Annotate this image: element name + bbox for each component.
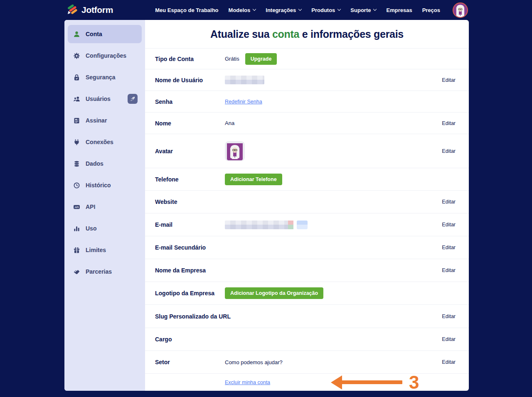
- nav-enterprise[interactable]: Empresas: [386, 7, 412, 13]
- sidebar-item-label: Usuários: [86, 96, 128, 102]
- edit-email-link[interactable]: Editar: [442, 222, 469, 228]
- api-icon: API: [73, 203, 80, 211]
- sidebar-item-account[interactable]: Conta: [68, 25, 142, 43]
- row-label: Telefone: [155, 176, 225, 183]
- edit-url-slug-link[interactable]: Editar: [442, 314, 469, 319]
- edit-name-link[interactable]: Editar: [442, 120, 469, 126]
- lock-icon: [73, 74, 80, 81]
- sidebar-item-label: Parcerias: [86, 268, 138, 275]
- account-type-value: Grátis: [225, 56, 239, 62]
- sidebar-item-label: API: [86, 203, 138, 210]
- gear-icon: [73, 52, 80, 59]
- nav-products[interactable]: Produtos: [311, 7, 340, 13]
- upgrade-button[interactable]: Upgrade: [245, 53, 277, 65]
- row-company-name: Nome da Empresa Editar: [145, 259, 469, 282]
- redacted-email-badge: [297, 221, 308, 229]
- annotation-number: 3: [409, 373, 419, 391]
- edit-industry-link[interactable]: Editar: [442, 359, 469, 365]
- arrow-left-icon: [331, 375, 342, 390]
- row-url-slug: Slug Personalizado da URL Editar: [145, 304, 469, 328]
- jotform-logo[interactable]: Jotform: [0, 4, 113, 17]
- chevron-down-icon: [298, 7, 302, 11]
- row-industry: Setor Como podemos ajudar? Editar: [145, 350, 469, 373]
- avatar-image[interactable]: [225, 141, 245, 161]
- row-email: E-mail Editar: [145, 213, 469, 236]
- users-icon: [73, 96, 80, 103]
- chevron-down-icon: [253, 7, 256, 11]
- gift-icon: [73, 247, 80, 254]
- row-job-title: Cargo Editar: [145, 328, 469, 350]
- nav-templates[interactable]: Modelos: [229, 7, 256, 13]
- handshake-icon: [73, 268, 80, 275]
- edit-website-link[interactable]: Editar: [442, 199, 469, 205]
- page-header: Atualize sua conta e informações gerais: [145, 20, 469, 48]
- edit-job-title-link[interactable]: Editar: [442, 336, 469, 342]
- sidebar-item-connections[interactable]: Conexões: [68, 133, 142, 151]
- row-label: Nome da Empresa: [155, 267, 225, 274]
- row-label: Tipo de Conta: [155, 56, 225, 62]
- rocket-icon: [128, 94, 138, 104]
- account-settings-main: Atualize sua conta e informações gerais …: [145, 20, 469, 391]
- sidebar-item-label: Dados: [86, 160, 138, 167]
- row-label: Nome de Usuário: [155, 77, 225, 83]
- sidebar-item-label: Uso: [86, 225, 138, 232]
- sidebar-item-label: Assinar: [86, 117, 138, 124]
- nav-integrations[interactable]: Integrações: [266, 7, 301, 13]
- sidebar-item-users[interactable]: Usuários: [68, 90, 142, 108]
- row-name: Nome Ana Editar: [145, 112, 469, 134]
- sidebar-item-sign[interactable]: Assinar: [68, 111, 142, 130]
- page-title: Atualize sua conta e informações gerais: [210, 28, 404, 40]
- user-icon: [73, 31, 80, 38]
- add-phone-button[interactable]: Adicionar Telefone: [225, 174, 282, 185]
- row-website: Website Editar: [145, 190, 469, 213]
- row-label: Logotipo da Empresa: [155, 290, 225, 297]
- user-avatar[interactable]: [453, 2, 468, 18]
- edit-secondary-email-link[interactable]: Editar: [442, 245, 469, 250]
- name-value: Ana: [225, 120, 234, 126]
- sidebar-item-history[interactable]: Histórico: [68, 176, 142, 194]
- nav-my-workspace[interactable]: Meu Espaço de Trabalho: [155, 7, 218, 13]
- row-label: Slug Personalizado da URL: [155, 313, 263, 320]
- industry-value: Como podemos ajudar?: [225, 359, 283, 365]
- database-icon: [73, 160, 80, 167]
- sidebar-item-label: Conexões: [86, 139, 138, 145]
- bar-chart-icon: [73, 225, 80, 232]
- row-label: E-mail: [155, 221, 225, 228]
- row-label: Senha: [155, 98, 225, 105]
- row-avatar: Avatar: [145, 134, 469, 168]
- row-label: Website: [155, 198, 225, 205]
- sidebar-item-partnerships[interactable]: Parcerias: [68, 262, 142, 281]
- sidebar-item-data[interactable]: Dados: [68, 154, 142, 173]
- jotform-logo-icon: [66, 4, 78, 17]
- sidebar-item-limits[interactable]: Limites: [68, 241, 142, 259]
- brand-name: Jotform: [81, 5, 113, 15]
- row-label: Nome: [155, 120, 225, 127]
- nav-support[interactable]: Suporte: [350, 7, 376, 13]
- page-title-highlight: conta: [272, 28, 299, 40]
- row-username: Nome de Usuário Editar: [145, 69, 469, 91]
- row-phone: Telefone Adicionar Telefone: [145, 168, 469, 190]
- settings-sidebar: Conta Configurações: [64, 20, 145, 391]
- settings-card: Conta Configurações: [64, 20, 469, 391]
- redacted-email: [225, 221, 288, 229]
- edit-avatar-link[interactable]: Editar: [442, 148, 469, 154]
- sidebar-item-label: Segurança: [86, 74, 138, 81]
- row-delete-account: Excluir minha conta 3: [145, 373, 469, 391]
- row-company-logo: Logotipo da Empresa Adicionar Logotipo d…: [145, 282, 469, 304]
- edit-company-name-link[interactable]: Editar: [442, 267, 469, 273]
- sidebar-item-settings[interactable]: Configurações: [68, 47, 142, 65]
- sidebar-item-security[interactable]: Segurança: [68, 68, 142, 86]
- sidebar-item-usage[interactable]: Uso: [68, 219, 142, 238]
- edit-username-link[interactable]: Editar: [442, 77, 469, 83]
- top-navbar: Jotform Meu Espaço de Trabalho Modelos I…: [0, 0, 532, 20]
- sidebar-item-label: Histórico: [86, 182, 138, 189]
- nav-pricing[interactable]: Preços: [422, 7, 440, 13]
- delete-account-link[interactable]: Excluir minha conta: [225, 380, 270, 385]
- sidebar-item-api[interactable]: API API: [68, 198, 142, 216]
- reset-password-link[interactable]: Redefinir Senha: [225, 99, 262, 105]
- row-label: Cargo: [155, 336, 225, 343]
- annotation-arrow: 3: [331, 373, 419, 391]
- history-clock-icon: [73, 182, 80, 189]
- add-company-logo-button[interactable]: Adicionar Logotipo da Organização: [225, 287, 323, 299]
- row-secondary-email: E-mail Secundário Editar: [145, 236, 469, 259]
